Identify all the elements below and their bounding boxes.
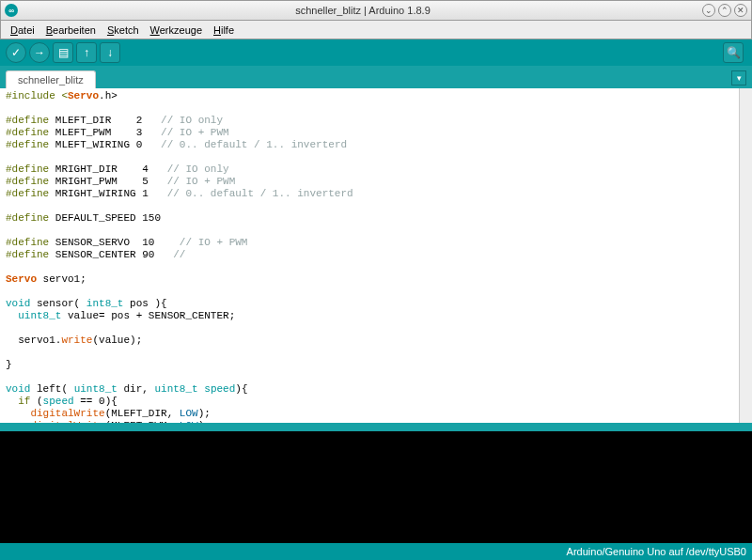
- window-title: schneller_blitz | Arduino 1.8.9: [24, 5, 702, 16]
- close-button[interactable]: ✕: [734, 4, 747, 17]
- tabbar: schneller_blitz ▾: [0, 66, 752, 88]
- tab-menu-button[interactable]: ▾: [731, 70, 746, 86]
- upload-button[interactable]: →: [29, 42, 50, 63]
- console-output[interactable]: [0, 431, 752, 543]
- menu-sketch[interactable]: Sketch: [102, 23, 145, 38]
- code-editor[interactable]: #include <Servo.h> #define MLEFT_DIR 2 /…: [0, 88, 739, 423]
- new-sketch-button[interactable]: ▤: [53, 42, 73, 63]
- sketch-tab[interactable]: schneller_blitz: [6, 70, 96, 88]
- editor-area: #include <Servo.h> #define MLEFT_DIR 2 /…: [0, 88, 752, 423]
- menubar: Datei Bearbeiten Sketch Werkzeuge Hilfe: [0, 21, 752, 39]
- menu-edit[interactable]: Bearbeiten: [40, 23, 102, 38]
- statusbar: Arduino/Genuino Uno auf /dev/ttyUSB0: [0, 543, 752, 560]
- open-sketch-button[interactable]: ↑: [76, 42, 97, 63]
- titlebar: ∞ schneller_blitz | Arduino 1.8.9 ⌄ ⌃ ✕: [0, 0, 752, 21]
- editor-scrollbar[interactable]: [739, 88, 752, 423]
- window-controls: ⌄ ⌃ ✕: [702, 4, 747, 17]
- board-port-label: Arduino/Genuino Uno auf /dev/ttyUSB0: [567, 546, 746, 557]
- maximize-button[interactable]: ⌃: [718, 4, 731, 17]
- menu-file[interactable]: Datei: [5, 23, 40, 38]
- separator: [0, 423, 752, 431]
- arduino-app-icon: ∞: [5, 4, 18, 17]
- minimize-button[interactable]: ⌄: [702, 4, 715, 17]
- toolbar: ✓ → ▤ ↑ ↓ 🔍: [0, 39, 752, 66]
- menu-tools[interactable]: Werkzeuge: [145, 23, 208, 38]
- save-sketch-button[interactable]: ↓: [100, 42, 120, 63]
- verify-button[interactable]: ✓: [6, 42, 26, 63]
- menu-help[interactable]: Hilfe: [208, 23, 240, 38]
- serial-monitor-button[interactable]: 🔍: [723, 42, 744, 63]
